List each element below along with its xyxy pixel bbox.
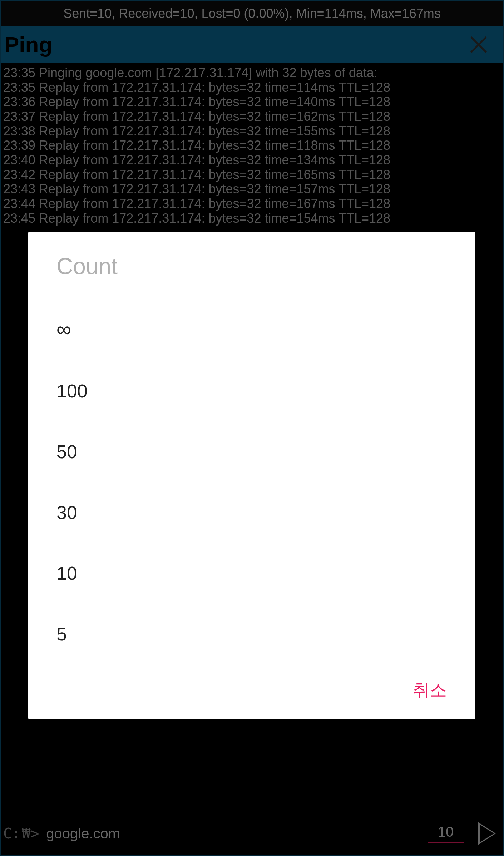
count-option-30[interactable]: 30	[28, 482, 475, 543]
dialog-title: Count	[28, 253, 475, 297]
dialog-actions: 취소	[28, 664, 475, 709]
cancel-button[interactable]: 취소	[412, 679, 447, 702]
count-option-100[interactable]: 100	[28, 361, 475, 421]
count-option-10[interactable]: 10	[28, 543, 475, 604]
count-option-50[interactable]: 50	[28, 421, 475, 482]
count-dialog: Count ∞ 100 50 30 10 5 취소	[28, 232, 475, 719]
count-option-infinity[interactable]: ∞	[28, 297, 475, 361]
count-option-5[interactable]: 5	[28, 604, 475, 664]
